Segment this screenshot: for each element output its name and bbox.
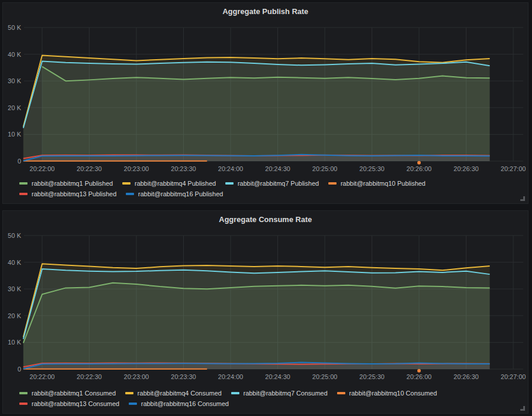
x-axis-tick-label: 20:24:00 <box>218 165 243 172</box>
legend-swatch-icon <box>328 182 337 185</box>
y-axis-tick-label: 40 K <box>8 259 21 266</box>
legend-item-label: rabbit@rabbitmq1 Published <box>32 180 113 187</box>
legend-swatch-icon <box>19 403 28 405</box>
time-series-graph[interactable]: 010 K20 K30 K40 K50 K20:22:0020:22:3020:… <box>3 211 528 384</box>
legend-item[interactable]: rabbit@rabbitmq7 Published <box>225 180 319 187</box>
y-axis-tick-label: 20 K <box>8 104 21 111</box>
legend-item[interactable]: rabbit@rabbitmq4 Consumed <box>125 390 222 397</box>
legend-item-label: rabbit@rabbitmq7 Published <box>238 180 319 187</box>
panel-resize-handle[interactable] <box>520 406 525 411</box>
y-axis-tick-label: 50 K <box>8 232 21 239</box>
x-axis-tick-label: 20:23:00 <box>124 373 149 380</box>
x-axis-tick-label: 20:23:30 <box>171 373 196 380</box>
legend-item[interactable]: rabbit@rabbitmq16 Published <box>126 190 223 197</box>
legend-item[interactable]: rabbit@rabbitmq10 Consumed <box>337 390 437 397</box>
x-axis-tick-label: 20:22:00 <box>30 165 55 172</box>
series-area <box>23 61 490 161</box>
x-axis-tick-label: 20:26:00 <box>407 373 432 380</box>
legend-swatch-icon <box>337 392 345 394</box>
series-area <box>23 269 490 369</box>
legend-swatch-icon <box>125 392 133 394</box>
legend-swatch-icon <box>231 392 239 394</box>
x-axis-tick-label: 20:24:30 <box>265 373 290 380</box>
y-axis-tick-label: 30 K <box>8 285 21 292</box>
graph-legend: rabbit@rabbitmq1 Publishedrabbit@rabbitm… <box>19 180 516 197</box>
x-axis-tick-label: 20:25:30 <box>359 165 385 172</box>
panel-aggregate-consume-rate: Aggregate Consume Rate 010 K20 K30 K40 K… <box>2 210 528 414</box>
x-axis-tick-label: 20:23:00 <box>124 165 149 172</box>
legend-swatch-icon <box>19 193 28 195</box>
legend-item[interactable]: rabbit@rabbitmq13 Consumed <box>19 400 119 407</box>
y-axis-tick-label: 30 K <box>8 77 21 84</box>
x-axis-tick-label: 20:26:00 <box>407 165 432 172</box>
legend-item[interactable]: rabbit@rabbitmq10 Published <box>328 180 425 187</box>
x-axis-tick-label: 20:24:30 <box>265 165 290 172</box>
time-series-graph[interactable]: 010 K20 K30 K40 K50 K20:22:0020:22:3020:… <box>3 3 528 176</box>
legend-swatch-icon <box>126 193 134 195</box>
y-axis-tick-label: 10 K <box>8 339 21 346</box>
legend-swatch-icon <box>225 182 234 185</box>
legend-item[interactable]: rabbit@rabbitmq16 Consumed <box>129 400 229 407</box>
legend-item-label: rabbit@rabbitmq13 Published <box>32 190 116 197</box>
x-axis-tick-label: 20:25:00 <box>313 165 338 172</box>
x-axis-tick-label: 20:25:00 <box>313 373 338 380</box>
y-axis-tick-label: 10 K <box>8 131 21 138</box>
x-axis-tick-label: 20:23:30 <box>171 165 196 172</box>
y-axis-tick-label: 0 <box>18 366 21 373</box>
legend-item-label: rabbit@rabbitmq10 Published <box>341 180 425 187</box>
legend-swatch-icon <box>129 403 137 405</box>
legend-item-label: rabbit@rabbitmq4 Published <box>135 180 216 187</box>
legend-item[interactable]: rabbit@rabbitmq1 Consumed <box>19 390 116 397</box>
legend-swatch-icon <box>19 182 28 185</box>
panel-aggregate-publish-rate: Aggregate Publish Rate 010 K20 K30 K40 K… <box>2 2 528 204</box>
x-axis-tick-label: 20:26:30 <box>454 373 479 380</box>
x-axis-tick-label: 20:27:00 <box>501 165 526 172</box>
legend-item-label: rabbit@rabbitmq13 Consumed <box>32 400 119 407</box>
legend-item[interactable]: rabbit@rabbitmq4 Published <box>122 180 216 187</box>
legend-swatch-icon <box>19 392 28 394</box>
x-axis-tick-label: 20:27:00 <box>501 373 526 380</box>
x-axis-tick-label: 20:22:30 <box>77 373 102 380</box>
x-axis-tick-label: 20:22:30 <box>77 165 102 172</box>
legend-item-label: rabbit@rabbitmq4 Consumed <box>138 390 222 397</box>
legend-item-label: rabbit@rabbitmq7 Consumed <box>243 390 328 397</box>
x-axis-tick-label: 20:24:00 <box>218 373 243 380</box>
y-axis-tick-label: 0 <box>18 158 21 165</box>
grafana-dashboard: { "theme": { "page_bg": "#131417", "pane… <box>0 0 532 416</box>
x-axis-tick-label: 20:25:30 <box>359 373 385 380</box>
legend-item[interactable]: rabbit@rabbitmq7 Consumed <box>231 390 328 397</box>
legend-item-label: rabbit@rabbitmq1 Consumed <box>32 390 116 397</box>
y-axis-tick-label: 40 K <box>8 51 21 58</box>
y-axis-tick-label: 20 K <box>8 312 21 319</box>
legend-item[interactable]: rabbit@rabbitmq1 Published <box>19 180 113 187</box>
panel-resize-handle[interactable] <box>520 196 525 201</box>
graph-legend: rabbit@rabbitmq1 Consumedrabbit@rabbitmq… <box>19 390 516 407</box>
legend-item[interactable]: rabbit@rabbitmq13 Published <box>19 190 116 197</box>
legend-swatch-icon <box>122 182 131 185</box>
x-axis-tick-label: 20:26:30 <box>454 165 479 172</box>
legend-item-label: rabbit@rabbitmq10 Consumed <box>349 390 437 397</box>
x-axis-tick-label: 20:22:00 <box>30 373 55 380</box>
series-point <box>417 369 421 373</box>
legend-item-label: rabbit@rabbitmq16 Published <box>138 190 223 197</box>
series-point <box>417 161 421 165</box>
legend-item-label: rabbit@rabbitmq16 Consumed <box>141 400 229 407</box>
y-axis-tick-label: 50 K <box>8 24 21 31</box>
